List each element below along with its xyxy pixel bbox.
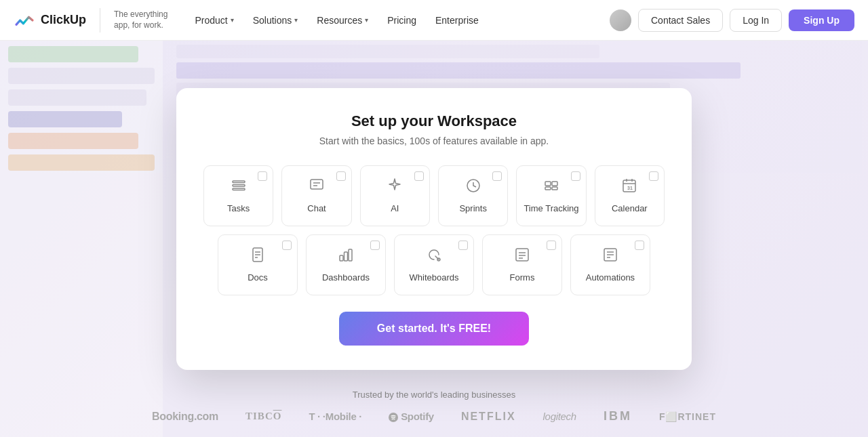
nav-solutions[interactable]: Solutions ▾ xyxy=(245,9,307,31)
nav-menu: Product ▾ Solutions ▾ Resources ▾ Pricin… xyxy=(186,9,610,31)
sidebar-bg xyxy=(0,41,163,437)
feature-card-ai[interactable]: AI xyxy=(360,165,430,226)
svg-rect-1 xyxy=(233,185,245,187)
get-started-button[interactable]: Get started. It's FREE! xyxy=(339,312,529,346)
spotify-logo: Spotify xyxy=(389,411,434,422)
feature-card-tasks[interactable]: Tasks xyxy=(203,165,273,226)
modal-title: Set up your Workspace xyxy=(203,112,665,130)
automations-icon xyxy=(602,247,618,267)
svg-rect-9 xyxy=(545,187,551,190)
tasks-checkbox[interactable] xyxy=(258,171,267,181)
time-tracking-checkbox[interactable] xyxy=(571,171,580,181)
svg-rect-22 xyxy=(349,249,352,261)
ai-label: AI xyxy=(391,203,399,213)
sprints-checkbox[interactable] xyxy=(492,171,502,181)
svg-rect-7 xyxy=(545,182,551,186)
chat-checkbox[interactable] xyxy=(336,171,346,181)
feature-card-docs[interactable]: Docs xyxy=(218,234,298,295)
chat-icon xyxy=(309,178,325,198)
logitech-logo: logitech xyxy=(543,411,576,422)
tmobile-logo: T · ·Mobile · xyxy=(309,411,361,422)
sprints-icon xyxy=(465,178,481,198)
calendar-checkbox[interactable] xyxy=(649,171,658,181)
ai-icon xyxy=(387,178,403,198)
nav-product[interactable]: Product ▾ xyxy=(186,9,241,31)
time-tracking-icon xyxy=(543,178,559,198)
feature-card-dashboards[interactable]: Dashboards xyxy=(306,234,386,295)
docs-icon xyxy=(250,247,266,267)
whiteboards-checkbox[interactable] xyxy=(458,241,468,250)
svg-rect-2 xyxy=(233,188,245,190)
automations-label: Automations xyxy=(586,272,635,283)
docs-checkbox[interactable] xyxy=(282,241,292,250)
logo[interactable]: ClickUp The everything app, for work. xyxy=(14,8,167,33)
logo-text: ClickUp xyxy=(41,13,86,27)
ibm-logo: IBM xyxy=(604,409,632,423)
logo-divider xyxy=(100,8,100,33)
workspace-setup-modal: Set up your Workspace Start with the bas… xyxy=(176,88,692,370)
sprints-label: Sprints xyxy=(459,203,486,213)
feature-card-automations[interactable]: Automations xyxy=(570,234,650,295)
netflix-logo: NETFLIX xyxy=(461,411,516,423)
feature-card-time-tracking[interactable]: Time Tracking xyxy=(516,165,586,226)
time-tracking-label: Time Tracking xyxy=(524,203,578,213)
nav-enterprise[interactable]: Enterprise xyxy=(427,9,487,31)
forms-checkbox[interactable] xyxy=(547,241,556,250)
fortinet-logo: F⬜RTINET xyxy=(659,411,716,422)
svg-rect-24 xyxy=(516,249,528,261)
whiteboards-icon xyxy=(426,247,442,267)
nav-pricing[interactable]: Pricing xyxy=(379,9,425,31)
forms-icon xyxy=(514,247,530,267)
dashboards-icon xyxy=(338,247,354,267)
avatar xyxy=(610,9,631,31)
automations-checkbox[interactable] xyxy=(635,241,644,250)
feature-card-calendar[interactable]: 31 Calendar xyxy=(595,165,665,226)
svg-rect-10 xyxy=(552,187,557,190)
features-row-2: Docs Dashboards xyxy=(203,234,665,295)
login-button[interactable]: Log In xyxy=(730,9,782,32)
booking-logo: Booking.com xyxy=(152,411,218,423)
forms-label: Forms xyxy=(510,272,535,283)
logo-tagline: The everything app, for work. xyxy=(114,9,167,30)
svg-rect-21 xyxy=(344,252,348,261)
modal-subtitle: Start with the basics, 100s of features … xyxy=(203,136,665,146)
svg-rect-0 xyxy=(233,181,245,183)
solutions-chevron-icon: ▾ xyxy=(294,16,298,24)
calendar-icon: 31 xyxy=(621,178,637,198)
tasks-label: Tasks xyxy=(227,203,250,213)
dashboards-checkbox[interactable] xyxy=(370,241,380,250)
resources-chevron-icon: ▾ xyxy=(365,16,368,24)
tasks-icon xyxy=(231,178,247,198)
svg-rect-3 xyxy=(311,180,323,189)
ai-checkbox[interactable] xyxy=(414,171,424,181)
clickup-logo-icon xyxy=(14,9,35,31)
trusted-label: Trusted by the world's leading businesse… xyxy=(0,390,868,400)
navbar: ClickUp The everything app, for work. Pr… xyxy=(0,0,868,41)
dashboards-label: Dashboards xyxy=(322,272,370,283)
brand-logos-row: Booking.com TIBCO T · ·Mobile · Spotify … xyxy=(0,409,868,423)
svg-rect-8 xyxy=(552,182,557,186)
feature-card-chat[interactable]: Chat xyxy=(281,165,351,226)
svg-rect-20 xyxy=(340,255,343,261)
trusted-section: Trusted by the world's leading businesse… xyxy=(0,390,868,423)
chat-label: Chat xyxy=(307,203,326,213)
nav-resources[interactable]: Resources ▾ xyxy=(309,9,376,31)
svg-text:31: 31 xyxy=(627,186,633,190)
contact-sales-button[interactable]: Contact Sales xyxy=(638,9,723,32)
tibco-logo: TIBCO xyxy=(245,411,281,422)
docs-label: Docs xyxy=(248,272,268,283)
feature-card-whiteboards[interactable]: Whiteboards xyxy=(394,234,474,295)
nav-actions: Contact Sales Log In Sign Up xyxy=(610,9,854,32)
svg-point-23 xyxy=(437,258,440,261)
whiteboards-label: Whiteboards xyxy=(410,272,459,283)
feature-card-sprints[interactable]: Sprints xyxy=(438,165,508,226)
calendar-label: Calendar xyxy=(612,203,648,213)
signup-button[interactable]: Sign Up xyxy=(789,9,854,31)
product-chevron-icon: ▾ xyxy=(231,16,234,24)
features-row-1: Tasks Chat xyxy=(203,165,665,226)
feature-card-forms[interactable]: Forms xyxy=(482,234,562,295)
